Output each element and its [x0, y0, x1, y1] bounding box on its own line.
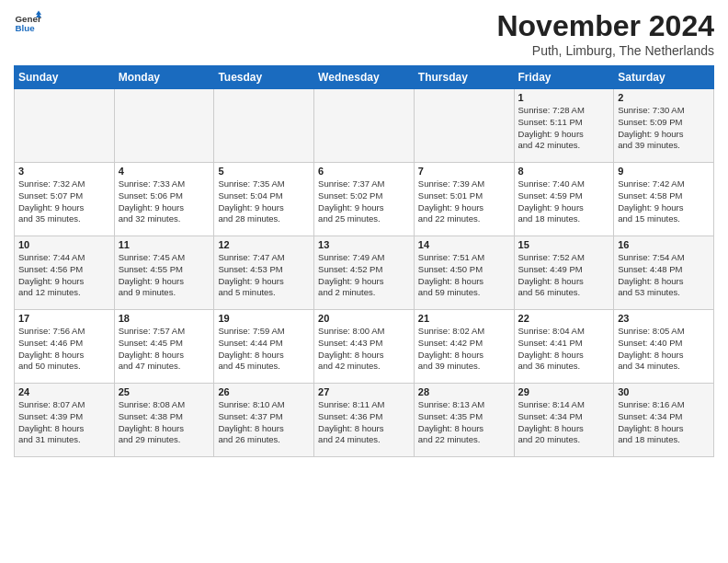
calendar-cell: 15Sunrise: 7:52 AM Sunset: 4:49 PM Dayli… — [514, 236, 614, 310]
day-number: 11 — [119, 239, 210, 250]
calendar-cell: 11Sunrise: 7:45 AM Sunset: 4:55 PM Dayli… — [114, 236, 214, 310]
col-wednesday: Wednesday — [314, 66, 415, 89]
title-block: November 2024 Puth, Limburg, The Netherl… — [496, 9, 714, 58]
day-info: Sunrise: 8:11 AM Sunset: 4:36 PM Dayligh… — [318, 399, 410, 446]
day-number: 28 — [418, 386, 510, 397]
col-friday: Friday — [514, 66, 614, 89]
day-number: 27 — [318, 386, 410, 397]
calendar-cell: 10Sunrise: 7:44 AM Sunset: 4:56 PM Dayli… — [15, 236, 115, 310]
calendar-cell: 9Sunrise: 7:42 AM Sunset: 4:58 PM Daylig… — [614, 163, 714, 236]
calendar-cell — [114, 89, 214, 163]
calendar-cell — [314, 89, 415, 163]
calendar-cell: 23Sunrise: 8:05 AM Sunset: 4:40 PM Dayli… — [614, 310, 714, 384]
day-number: 30 — [618, 386, 710, 397]
col-saturday: Saturday — [614, 66, 714, 89]
calendar-cell: 6Sunrise: 7:37 AM Sunset: 5:02 PM Daylig… — [314, 163, 415, 236]
day-info: Sunrise: 8:14 AM Sunset: 4:34 PM Dayligh… — [518, 399, 610, 446]
day-number: 9 — [618, 166, 710, 177]
calendar-cell: 1Sunrise: 7:28 AM Sunset: 5:11 PM Daylig… — [514, 89, 614, 163]
day-info: Sunrise: 8:05 AM Sunset: 4:40 PM Dayligh… — [618, 326, 710, 373]
calendar-week-5: 24Sunrise: 8:07 AM Sunset: 4:39 PM Dayli… — [15, 384, 714, 457]
day-number: 29 — [518, 386, 610, 397]
day-number: 10 — [18, 239, 110, 250]
calendar-cell: 28Sunrise: 8:13 AM Sunset: 4:35 PM Dayli… — [414, 384, 514, 457]
day-info: Sunrise: 8:08 AM Sunset: 4:38 PM Dayligh… — [119, 399, 210, 446]
day-info: Sunrise: 7:28 AM Sunset: 5:11 PM Dayligh… — [518, 105, 610, 152]
day-info: Sunrise: 7:30 AM Sunset: 5:09 PM Dayligh… — [618, 105, 710, 152]
calendar-week-1: 1Sunrise: 7:28 AM Sunset: 5:11 PM Daylig… — [15, 89, 714, 163]
calendar-week-4: 17Sunrise: 7:56 AM Sunset: 4:46 PM Dayli… — [15, 310, 714, 384]
logo-icon: General Blue — [14, 9, 41, 37]
calendar-cell: 13Sunrise: 7:49 AM Sunset: 4:52 PM Dayli… — [314, 236, 415, 310]
calendar-cell: 19Sunrise: 7:59 AM Sunset: 4:44 PM Dayli… — [214, 310, 314, 384]
calendar-table: Sunday Monday Tuesday Wednesday Thursday… — [14, 65, 714, 457]
day-number: 7 — [418, 166, 510, 177]
svg-text:General: General — [16, 14, 42, 24]
svg-text:Blue: Blue — [16, 23, 36, 33]
logo: General Blue — [14, 9, 41, 37]
col-monday: Monday — [114, 66, 214, 89]
day-info: Sunrise: 7:32 AM Sunset: 5:07 PM Dayligh… — [18, 178, 110, 225]
day-number: 16 — [618, 239, 710, 250]
day-number: 25 — [119, 386, 210, 397]
calendar-cell: 16Sunrise: 7:54 AM Sunset: 4:48 PM Dayli… — [614, 236, 714, 310]
day-info: Sunrise: 7:51 AM Sunset: 4:50 PM Dayligh… — [418, 252, 510, 299]
main-title: November 2024 — [496, 9, 714, 43]
day-info: Sunrise: 8:00 AM Sunset: 4:43 PM Dayligh… — [318, 326, 410, 373]
day-number: 4 — [119, 166, 210, 177]
day-number: 21 — [418, 313, 510, 324]
calendar-cell: 25Sunrise: 8:08 AM Sunset: 4:38 PM Dayli… — [114, 384, 214, 457]
day-number: 2 — [618, 92, 710, 103]
day-info: Sunrise: 7:37 AM Sunset: 5:02 PM Dayligh… — [318, 178, 410, 225]
calendar-cell: 21Sunrise: 8:02 AM Sunset: 4:42 PM Dayli… — [414, 310, 514, 384]
header-row: Sunday Monday Tuesday Wednesday Thursday… — [15, 66, 714, 89]
day-number: 18 — [119, 313, 210, 324]
subtitle: Puth, Limburg, The Netherlands — [496, 43, 714, 58]
calendar-cell: 4Sunrise: 7:33 AM Sunset: 5:06 PM Daylig… — [114, 163, 214, 236]
day-number: 13 — [318, 239, 410, 250]
day-info: Sunrise: 7:33 AM Sunset: 5:06 PM Dayligh… — [119, 178, 210, 225]
calendar-cell: 8Sunrise: 7:40 AM Sunset: 4:59 PM Daylig… — [514, 163, 614, 236]
col-tuesday: Tuesday — [214, 66, 314, 89]
day-info: Sunrise: 7:47 AM Sunset: 4:53 PM Dayligh… — [218, 252, 310, 299]
day-number: 1 — [518, 92, 610, 103]
day-info: Sunrise: 7:40 AM Sunset: 4:59 PM Dayligh… — [518, 178, 610, 225]
calendar-cell: 12Sunrise: 7:47 AM Sunset: 4:53 PM Dayli… — [214, 236, 314, 310]
day-number: 3 — [18, 166, 110, 177]
day-number: 14 — [418, 239, 510, 250]
calendar-cell: 18Sunrise: 7:57 AM Sunset: 4:45 PM Dayli… — [114, 310, 214, 384]
calendar-cell: 7Sunrise: 7:39 AM Sunset: 5:01 PM Daylig… — [414, 163, 514, 236]
calendar-cell: 22Sunrise: 8:04 AM Sunset: 4:41 PM Dayli… — [514, 310, 614, 384]
col-thursday: Thursday — [414, 66, 514, 89]
day-info: Sunrise: 7:57 AM Sunset: 4:45 PM Dayligh… — [119, 326, 210, 373]
day-info: Sunrise: 7:45 AM Sunset: 4:55 PM Dayligh… — [119, 252, 210, 299]
day-info: Sunrise: 7:54 AM Sunset: 4:48 PM Dayligh… — [618, 252, 710, 299]
day-number: 12 — [218, 239, 310, 250]
day-info: Sunrise: 7:49 AM Sunset: 4:52 PM Dayligh… — [318, 252, 410, 299]
day-info: Sunrise: 7:56 AM Sunset: 4:46 PM Dayligh… — [18, 326, 110, 373]
day-number: 5 — [218, 166, 310, 177]
day-info: Sunrise: 8:04 AM Sunset: 4:41 PM Dayligh… — [518, 326, 610, 373]
day-info: Sunrise: 8:07 AM Sunset: 4:39 PM Dayligh… — [18, 399, 110, 446]
col-sunday: Sunday — [15, 66, 115, 89]
calendar-cell: 5Sunrise: 7:35 AM Sunset: 5:04 PM Daylig… — [214, 163, 314, 236]
calendar-cell: 29Sunrise: 8:14 AM Sunset: 4:34 PM Dayli… — [514, 384, 614, 457]
calendar-cell: 24Sunrise: 8:07 AM Sunset: 4:39 PM Dayli… — [15, 384, 115, 457]
calendar-cell: 2Sunrise: 7:30 AM Sunset: 5:09 PM Daylig… — [614, 89, 714, 163]
calendar-cell: 17Sunrise: 7:56 AM Sunset: 4:46 PM Dayli… — [15, 310, 115, 384]
day-info: Sunrise: 7:44 AM Sunset: 4:56 PM Dayligh… — [18, 252, 110, 299]
day-info: Sunrise: 7:59 AM Sunset: 4:44 PM Dayligh… — [218, 326, 310, 373]
calendar-cell: 3Sunrise: 7:32 AM Sunset: 5:07 PM Daylig… — [15, 163, 115, 236]
day-number: 24 — [18, 386, 110, 397]
day-number: 19 — [218, 313, 310, 324]
calendar-cell: 27Sunrise: 8:11 AM Sunset: 4:36 PM Dayli… — [314, 384, 415, 457]
day-info: Sunrise: 7:39 AM Sunset: 5:01 PM Dayligh… — [418, 178, 510, 225]
page-container: General Blue November 2024 Puth, Limburg… — [0, 0, 728, 462]
day-info: Sunrise: 8:10 AM Sunset: 4:37 PM Dayligh… — [218, 399, 310, 446]
day-info: Sunrise: 7:42 AM Sunset: 4:58 PM Dayligh… — [618, 178, 710, 225]
day-number: 6 — [318, 166, 410, 177]
calendar-week-2: 3Sunrise: 7:32 AM Sunset: 5:07 PM Daylig… — [15, 163, 714, 236]
calendar-cell — [414, 89, 514, 163]
day-number: 23 — [618, 313, 710, 324]
calendar-cell — [15, 89, 115, 163]
